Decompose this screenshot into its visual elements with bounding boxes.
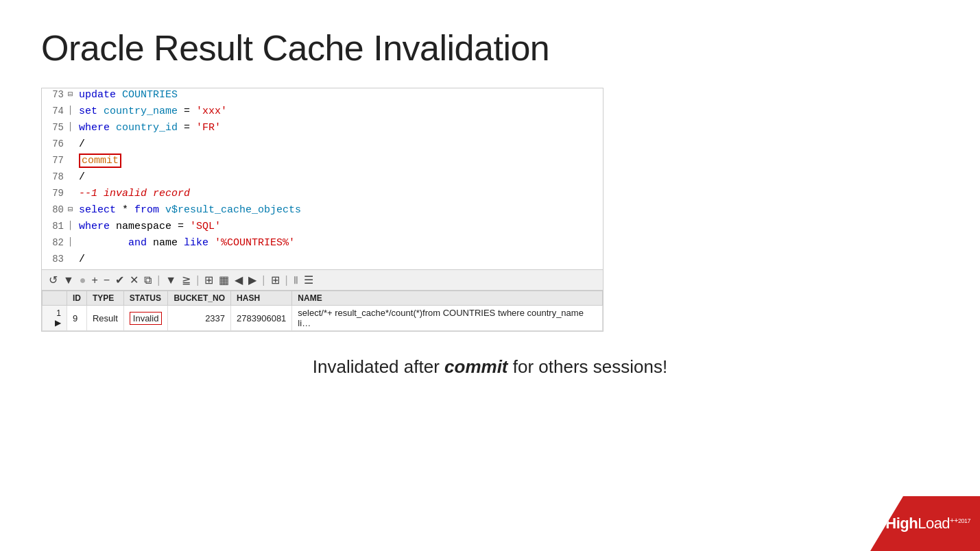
slide: Oracle Result Cache Invalidation 73 ⊟ up… xyxy=(0,0,980,551)
line-content-78: / xyxy=(79,171,603,183)
add-icon[interactable]: + xyxy=(91,273,99,287)
fold-81: │ xyxy=(68,221,79,230)
code-line-75: 75 │ where country_id = 'FR' xyxy=(42,121,603,138)
line-number-82: 82 xyxy=(42,237,68,248)
result-table: ID TYPE STATUS BUCKET_NO HASH NAME 1 ▶ 9… xyxy=(42,291,603,331)
next-icon[interactable]: ▶ xyxy=(247,273,258,287)
code-line-76: 76 / xyxy=(42,138,603,154)
bottom-text: Invalidated after commit for others sess… xyxy=(41,356,939,378)
fold-80[interactable]: ⊟ xyxy=(68,204,79,215)
row-indicator: 1 ▶ xyxy=(43,306,67,331)
copy-icon[interactable]: ⧉ xyxy=(143,273,153,287)
prev-icon[interactable]: ◀ xyxy=(233,273,244,287)
cell-bucket: 2337 xyxy=(168,306,231,331)
table-icon[interactable]: ▦ xyxy=(217,273,230,287)
col-header-type[interactable]: TYPE xyxy=(86,291,123,306)
highload-load: Load xyxy=(918,515,950,532)
close-icon[interactable]: ✕ xyxy=(128,273,140,287)
line-number-76: 76 xyxy=(42,138,68,149)
highload-logo: HighLoad++2017 xyxy=(885,515,970,532)
dropdown-arrow-icon[interactable]: ▼ xyxy=(62,273,75,287)
bottom-bold: commit xyxy=(444,356,507,377)
table-row: 1 ▶ 9 Result Invalid 2337 2783906081 sel… xyxy=(43,306,603,331)
line-number-73: 73 xyxy=(42,89,68,100)
cell-name: select/*+ result_cache*/count(*)from COU… xyxy=(292,306,603,331)
line-content-79: --1 invalid record xyxy=(79,188,603,199)
sep4: | xyxy=(261,274,266,286)
code-line-83: 83 / xyxy=(42,253,603,269)
slide-title: Oracle Result Cache Invalidation xyxy=(41,27,939,69)
line-content-83: / xyxy=(79,254,603,265)
sep2: | xyxy=(156,274,161,286)
line-content-75: where country_id = 'FR' xyxy=(79,122,603,134)
highload-year: 2017 xyxy=(958,517,970,524)
code-line-73: 73 ⊟ update COUNTRIES xyxy=(42,88,603,105)
code-line-82: 82 │ and name like '%COUNTRIES%' xyxy=(42,236,603,253)
rows-icon[interactable]: ☰ xyxy=(302,273,315,287)
col-header-status[interactable]: STATUS xyxy=(123,291,168,306)
table-header-row: ID TYPE STATUS BUCKET_NO HASH NAME xyxy=(43,291,603,306)
bottom-suffix: for others sessions! xyxy=(508,356,668,377)
commit-highlight: commit xyxy=(79,154,121,168)
cell-hash: 2783906081 xyxy=(231,306,292,331)
col-header-id[interactable]: ID xyxy=(67,291,86,306)
sep3: | xyxy=(195,274,200,286)
refresh-icon[interactable]: ↺ xyxy=(47,273,59,287)
col-header-name[interactable]: NAME xyxy=(292,291,603,306)
cell-status: Invalid xyxy=(123,306,168,331)
sep5: | xyxy=(284,274,289,286)
line-number-83: 83 xyxy=(42,254,68,265)
col-header-bucket[interactable]: BUCKET_NO xyxy=(168,291,231,306)
cell-id: 9 xyxy=(67,306,86,331)
fold-73[interactable]: ⊟ xyxy=(68,89,79,99)
grid-icon[interactable]: ⊞ xyxy=(203,273,215,287)
line-number-74: 74 xyxy=(42,106,68,117)
toolbar: ↺ ▼ ● + − ✔ ✕ ⧉ | ▼ ≧ | ⊞ ▦ ◀ ▶ | ⊞ | ⦀ … xyxy=(41,270,603,291)
bottom-prefix: Invalidated after xyxy=(313,356,444,377)
line-number-79: 79 xyxy=(42,188,68,199)
code-line-81: 81 │ where namespace = 'SQL' xyxy=(42,220,603,236)
highload-plus: ++ xyxy=(950,516,958,524)
line-content-80: select * from v$result_cache_objects xyxy=(79,204,603,216)
code-line-79: 79 --1 invalid record xyxy=(42,187,603,204)
fold-75: │ xyxy=(68,122,79,132)
fold-74: │ xyxy=(68,106,79,115)
line-number-78: 78 xyxy=(42,171,68,182)
line-content-82: and name like '%COUNTRIES%' xyxy=(79,237,603,249)
fold-82: │ xyxy=(68,237,79,247)
check-icon[interactable]: ✔ xyxy=(114,273,126,287)
minus-icon[interactable]: − xyxy=(102,273,111,287)
line-content-73: update COUNTRIES xyxy=(79,89,603,101)
line-number-80: 80 xyxy=(42,204,68,215)
result-table-container: ID TYPE STATUS BUCKET_NO HASH NAME 1 ▶ 9… xyxy=(41,291,603,332)
code-line-74: 74 │ set country_name = 'xxx' xyxy=(42,105,603,121)
line-number-75: 75 xyxy=(42,122,68,133)
line-number-77: 77 xyxy=(42,155,68,166)
code-line-78: 78 / xyxy=(42,171,603,187)
down-arrow-icon[interactable]: ▼ xyxy=(164,273,178,287)
sep1: ● xyxy=(78,274,88,286)
save-icon[interactable]: ⊞ xyxy=(270,273,281,287)
columns-icon[interactable]: ⦀ xyxy=(292,273,300,287)
col-header-hash[interactable]: HASH xyxy=(231,291,292,306)
line-number-81: 81 xyxy=(42,221,68,232)
sort-icon[interactable]: ≧ xyxy=(180,273,192,287)
line-content-74: set country_name = 'xxx' xyxy=(79,106,603,117)
line-content-81: where namespace = 'SQL' xyxy=(79,221,603,232)
highload-badge: HighLoad++2017 xyxy=(870,496,980,551)
code-line-77: 77 commit xyxy=(42,154,603,171)
code-line-80: 80 ⊟ select * from v$result_cache_object… xyxy=(42,204,603,220)
cell-type: Result xyxy=(86,306,123,331)
line-content-77: commit xyxy=(79,155,603,167)
line-content-76: / xyxy=(79,138,603,150)
status-invalid-badge: Invalid xyxy=(130,312,163,325)
col-header-rownum xyxy=(43,291,67,306)
code-editor: 73 ⊟ update COUNTRIES 74 │ set country_n… xyxy=(41,88,603,270)
